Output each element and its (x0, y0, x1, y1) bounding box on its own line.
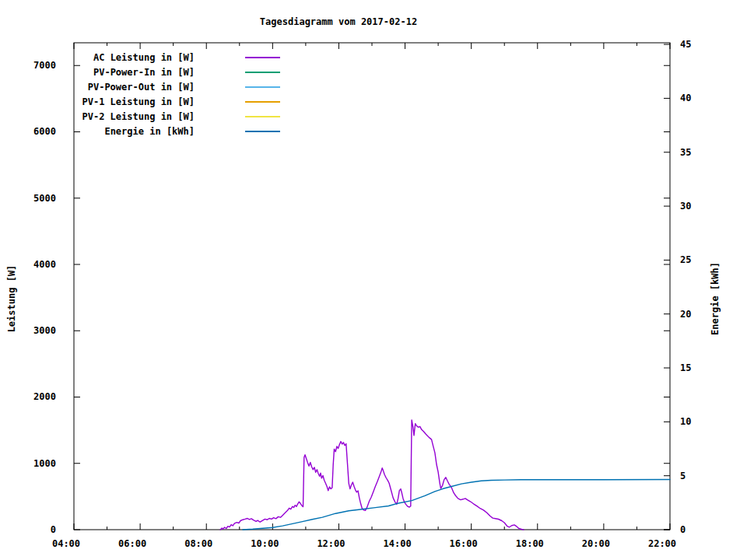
legend-row: AC Leistung in [W] (74, 50, 292, 65)
legend-row: PV-1 Leistung in [W] (74, 94, 292, 109)
y2-tick-label: 5 (680, 471, 686, 481)
x-tick-label: 08:00 (184, 538, 212, 549)
legend-label: PV-Power-Out in [W] (74, 82, 195, 93)
legend-line-swatch (245, 72, 280, 73)
x-tick-label: 20:00 (582, 538, 610, 549)
y-tick-label: 1000 (33, 458, 56, 469)
legend-label: Energie in [kWh] (74, 126, 195, 137)
y2-tick-label: 30 (680, 201, 691, 212)
legend-line-swatch (245, 57, 280, 58)
x-tick-label: 12:00 (317, 538, 345, 549)
x-tick-label: 14:00 (383, 538, 411, 549)
legend-label: PV-Power-In in [W] (74, 67, 195, 78)
y2-tick-label: 25 (680, 254, 691, 265)
legend-line-swatch (245, 101, 280, 103)
y-tick-label: 0 (51, 524, 56, 535)
y-tick-label: 3000 (33, 325, 56, 336)
y2-tick-label: 45 (680, 39, 691, 50)
legend-line-swatch (245, 86, 280, 88)
x-tick-label: 18:00 (516, 538, 544, 549)
legend-label: PV-1 Leistung in [W] (74, 96, 195, 107)
x-tick-label: 10:00 (251, 538, 279, 549)
y2-tick-label: 40 (680, 93, 691, 103)
y-tick-label: 2000 (33, 391, 56, 402)
legend-row: PV-Power-Out in [W] (74, 79, 292, 94)
series-line-0 (220, 420, 524, 530)
x-tick-label: 06:00 (118, 538, 146, 549)
y2-tick-label: 0 (680, 524, 686, 535)
legend-row: Energie in [kWh] (74, 124, 292, 138)
x-tick-label: 22:00 (648, 538, 676, 549)
y2-tick-label: 20 (680, 309, 691, 320)
y-tick-label: 5000 (33, 193, 56, 204)
y2-tick-label: 35 (680, 147, 691, 158)
legend-line-swatch (245, 131, 280, 132)
y-tick-label: 4000 (33, 259, 56, 270)
x-tick-label: 16:00 (450, 538, 478, 549)
legend-label: AC Leistung in [W] (74, 52, 195, 63)
legend-row: PV-Power-In in [W] (74, 65, 292, 79)
y-tick-label: 6000 (33, 126, 56, 137)
legend-line-swatch (245, 116, 280, 117)
x-tick-label: 04:00 (52, 538, 80, 549)
chart-legend: AC Leistung in [W] PV-Power-In in [W] PV… (74, 50, 292, 138)
legend-row: PV-2 Leistung in [W] (74, 109, 292, 124)
chart-page: Tagesdiagramm vom 2017-02-12 Leistung [W… (0, 0, 747, 560)
legend-label: PV-2 Leistung in [W] (74, 111, 195, 122)
series-line-5 (243, 480, 670, 530)
y2-tick-label: 10 (680, 416, 691, 427)
y-tick-label: 7000 (33, 60, 56, 71)
y2-tick-label: 15 (680, 362, 691, 373)
